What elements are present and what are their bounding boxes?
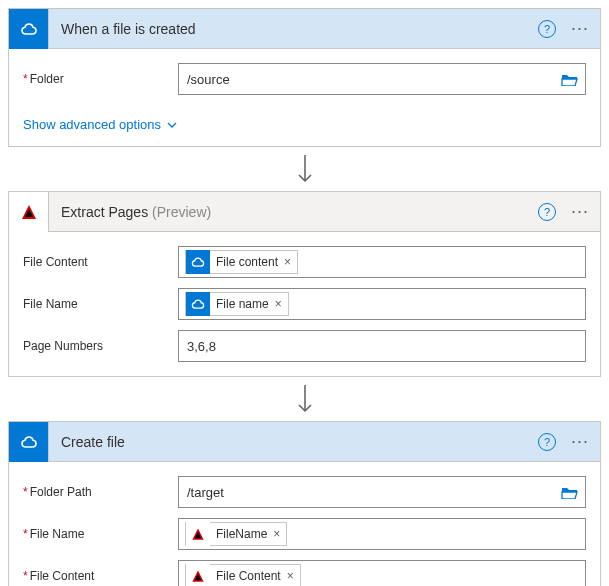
create-file-title: Create file bbox=[49, 434, 538, 450]
muhimbi-icon bbox=[186, 564, 210, 586]
trigger-card: When a file is created ? ··· Folder Show… bbox=[8, 8, 601, 147]
trigger-header[interactable]: When a file is created ? ··· bbox=[9, 9, 600, 49]
help-icon[interactable]: ? bbox=[538, 20, 556, 38]
filecontent-token[interactable]: File Content × bbox=[185, 564, 301, 586]
folder-picker-icon[interactable] bbox=[561, 72, 579, 86]
remove-token-icon[interactable]: × bbox=[287, 569, 294, 583]
folder-path-label: Folder Path bbox=[23, 485, 178, 499]
page-numbers-input[interactable] bbox=[185, 338, 579, 355]
onedrive-icon bbox=[9, 422, 49, 462]
folder-input[interactable] bbox=[185, 71, 551, 88]
file-name-token[interactable]: File name × bbox=[185, 292, 289, 316]
remove-token-icon[interactable]: × bbox=[273, 527, 280, 541]
create-file-header[interactable]: Create file ? ··· bbox=[9, 422, 600, 462]
file-content-input[interactable]: File Content × bbox=[178, 560, 586, 586]
show-advanced-label: Show advanced options bbox=[23, 117, 161, 132]
remove-token-icon[interactable]: × bbox=[275, 297, 282, 311]
file-name-input[interactable]: File name × bbox=[178, 288, 586, 320]
remove-token-icon[interactable]: × bbox=[284, 255, 291, 269]
muhimbi-icon bbox=[186, 522, 210, 546]
connector-arrow bbox=[8, 377, 601, 421]
folder-path-input-wrap[interactable] bbox=[178, 476, 586, 508]
help-icon[interactable]: ? bbox=[538, 203, 556, 221]
trigger-title: When a file is created bbox=[49, 21, 538, 37]
show-advanced-link[interactable]: Show advanced options bbox=[23, 117, 177, 132]
filename-token[interactable]: FileName × bbox=[185, 522, 287, 546]
more-icon[interactable]: ··· bbox=[566, 201, 594, 222]
extract-pages-title: Extract Pages (Preview) bbox=[49, 204, 538, 220]
file-name-label: File Name bbox=[23, 527, 178, 541]
help-icon[interactable]: ? bbox=[538, 433, 556, 451]
file-content-token[interactable]: File content × bbox=[185, 250, 298, 274]
more-icon[interactable]: ··· bbox=[566, 431, 594, 452]
folder-path-input[interactable] bbox=[185, 484, 551, 501]
folder-label: Folder bbox=[23, 72, 178, 86]
onedrive-icon bbox=[186, 250, 210, 274]
file-content-label: File Content bbox=[23, 255, 178, 269]
create-file-card: Create file ? ··· Folder Path File Name … bbox=[8, 421, 601, 586]
onedrive-icon bbox=[186, 292, 210, 316]
file-name-label: File Name bbox=[23, 297, 178, 311]
page-numbers-label: Page Numbers bbox=[23, 339, 178, 353]
page-numbers-input-wrap[interactable] bbox=[178, 330, 586, 362]
more-icon[interactable]: ··· bbox=[566, 18, 594, 39]
file-name-input[interactable]: FileName × bbox=[178, 518, 586, 550]
onedrive-icon bbox=[9, 9, 49, 49]
file-content-label: File Content bbox=[23, 569, 178, 583]
muhimbi-icon bbox=[9, 192, 49, 232]
extract-pages-card: Extract Pages (Preview) ? ··· File Conte… bbox=[8, 191, 601, 377]
connector-arrow bbox=[8, 147, 601, 191]
file-content-input[interactable]: File content × bbox=[178, 246, 586, 278]
extract-pages-header[interactable]: Extract Pages (Preview) ? ··· bbox=[9, 192, 600, 232]
folder-input-wrap[interactable] bbox=[178, 63, 586, 95]
chevron-down-icon bbox=[167, 120, 177, 130]
folder-picker-icon[interactable] bbox=[561, 485, 579, 499]
